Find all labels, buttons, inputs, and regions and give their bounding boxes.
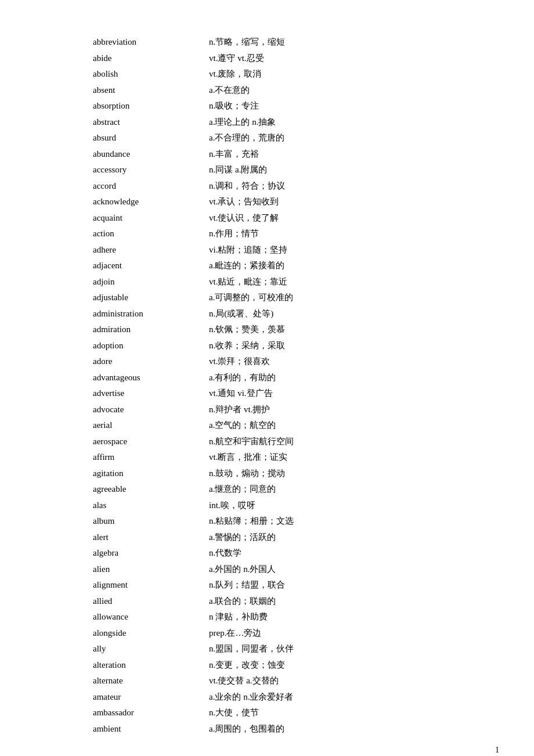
- word-english: abstract: [93, 115, 209, 130]
- word-english: administration: [93, 307, 209, 322]
- list-item: ambassadorn.大使，使节: [93, 705, 488, 721]
- list-item: alerta.警惕的；活跃的: [93, 530, 488, 545]
- list-item: acquaintvt.使认识，使了解: [93, 211, 488, 226]
- list-item: accessoryn.同谋 a.附属的: [93, 163, 488, 178]
- word-definition: vt.使认识，使了解: [209, 211, 488, 226]
- word-definition: n.盟国，同盟者，伙伴: [209, 642, 488, 657]
- word-definition: n.代数学: [209, 546, 488, 561]
- word-definition: n.队列；结盟，联合: [209, 578, 488, 593]
- word-definition: prep.在…旁边: [209, 626, 488, 641]
- word-english: advocate: [93, 402, 209, 417]
- word-english: adjustable: [93, 290, 209, 305]
- word-english: alignment: [93, 578, 209, 593]
- word-english: adjoin: [93, 275, 209, 290]
- word-english: ambient: [93, 722, 209, 737]
- list-item: alterationn.变更，改变；蚀变: [93, 658, 488, 673]
- word-english: ambassador: [93, 705, 209, 721]
- word-definition: n.变更，改变；蚀变: [209, 658, 488, 673]
- list-item: affirmvt.断言，批准；证实: [93, 450, 488, 465]
- word-definition: a.可调整的，可校准的: [209, 290, 488, 305]
- word-english: ally: [93, 642, 209, 657]
- word-definition: int.唉，哎呀: [209, 498, 488, 513]
- list-item: accordn.调和，符合；协议: [93, 179, 488, 194]
- word-english: abundance: [93, 147, 209, 162]
- word-definition: n.丰富，充裕: [209, 147, 488, 162]
- word-english: adore: [93, 354, 209, 369]
- word-definition: n.收养；采纳，采取: [209, 339, 488, 354]
- list-item: absurda.不合理的，荒唐的: [93, 131, 488, 146]
- list-item: allowancen 津贴，补助费: [93, 610, 488, 625]
- word-definition: n.调和，符合；协议: [209, 179, 488, 194]
- word-definition: vt.遵守 vt.忍受: [209, 51, 488, 66]
- list-item: abundancen.丰富，充裕: [93, 147, 488, 162]
- list-item: adjustablea.可调整的，可校准的: [93, 290, 488, 305]
- list-item: algebran.代数学: [93, 546, 488, 561]
- word-english: abolish: [93, 67, 209, 82]
- list-item: advantageousa.有利的，有助的: [93, 370, 488, 386]
- word-definition: n 津贴，补助费: [209, 610, 488, 625]
- word-definition: vi.粘附；追随；坚持: [209, 243, 488, 258]
- list-item: alternatevt.使交替 a.交替的: [93, 674, 488, 689]
- word-definition: a.不在意的: [209, 83, 488, 98]
- word-definition: vt.废除，取消: [209, 67, 488, 82]
- word-definition: n.作用；情节: [209, 226, 488, 242]
- word-definition: n.同谋 a.附属的: [209, 163, 488, 178]
- word-definition: n.鼓动，煽动；搅动: [209, 466, 488, 481]
- word-english: aerial: [93, 418, 209, 433]
- list-item: adorevt.崇拜；很喜欢: [93, 354, 488, 369]
- word-definition: n.钦佩；赞美，羡慕: [209, 322, 488, 337]
- list-item: allieda.联合的；联姻的: [93, 594, 488, 609]
- word-english: agitation: [93, 466, 209, 481]
- word-english: accord: [93, 179, 209, 194]
- word-definition: vt.贴近，毗连；靠近: [209, 275, 488, 290]
- list-item: amateura.业余的 n.业余爱好者: [93, 690, 488, 705]
- page-container: abbreviationn.节略，缩写，缩短abidevt.遵守 vt.忍受ab…: [0, 0, 534, 756]
- word-list: abbreviationn.节略，缩写，缩短abidevt.遵守 vt.忍受ab…: [93, 35, 488, 736]
- list-item: aerospacen.航空和宇宙航行空间: [93, 434, 488, 449]
- word-english: affirm: [93, 450, 209, 465]
- word-definition: a.空气的；航空的: [209, 418, 488, 433]
- word-definition: a.外国的 n.外国人: [209, 562, 488, 577]
- word-english: absorption: [93, 99, 209, 114]
- word-definition: n.节略，缩写，缩短: [209, 35, 488, 50]
- list-item: abstracta.理论上的 n.抽象: [93, 115, 488, 130]
- word-definition: n.辩护者 vt.拥护: [209, 402, 488, 417]
- list-item: acknowledgevt.承认；告知收到: [93, 195, 488, 210]
- list-item: admirationn.钦佩；赞美，羡慕: [93, 322, 488, 337]
- word-definition: n.粘贴簿；相册；文选: [209, 514, 488, 529]
- word-english: adjacent: [93, 258, 209, 273]
- list-item: abolishvt.废除，取消: [93, 67, 488, 82]
- list-item: aeriala.空气的；航空的: [93, 418, 488, 433]
- list-item: administrationn.局(或署、处等): [93, 307, 488, 322]
- list-item: advertisevt.通知 vi.登广告: [93, 386, 488, 401]
- list-item: albumn.粘贴簿；相册；文选: [93, 514, 488, 529]
- word-definition: a.周围的，包围着的: [209, 722, 488, 737]
- word-definition: a.有利的，有助的: [209, 370, 488, 386]
- word-definition: a.理论上的 n.抽象: [209, 115, 488, 130]
- list-item: absorptionn.吸收；专注: [93, 99, 488, 114]
- word-definition: vt.断言，批准；证实: [209, 450, 488, 465]
- list-item: allyn.盟国，同盟者，伙伴: [93, 642, 488, 657]
- word-english: algebra: [93, 546, 209, 561]
- word-definition: vt.通知 vi.登广告: [209, 386, 488, 401]
- word-english: abide: [93, 51, 209, 66]
- list-item: agitationn.鼓动，煽动；搅动: [93, 466, 488, 481]
- word-english: adhere: [93, 243, 209, 258]
- list-item: absenta.不在意的: [93, 83, 488, 98]
- page-number: 1: [495, 746, 499, 755]
- list-item: actionn.作用；情节: [93, 226, 488, 242]
- list-item: adjacenta.毗连的；紧接着的: [93, 258, 488, 273]
- word-english: album: [93, 514, 209, 529]
- word-english: alteration: [93, 658, 209, 673]
- word-definition: a.不合理的，荒唐的: [209, 131, 488, 146]
- word-english: acknowledge: [93, 195, 209, 210]
- word-definition: a.毗连的；紧接着的: [209, 258, 488, 273]
- list-item: abbreviationn.节略，缩写，缩短: [93, 35, 488, 50]
- word-english: acquaint: [93, 211, 209, 226]
- word-english: alternate: [93, 674, 209, 689]
- list-item: alongsideprep.在…旁边: [93, 626, 488, 641]
- word-definition: n.航空和宇宙航行空间: [209, 434, 488, 449]
- word-english: aerospace: [93, 434, 209, 449]
- word-definition: vt.承认；告知收到: [209, 195, 488, 210]
- word-definition: n.吸收；专注: [209, 99, 488, 114]
